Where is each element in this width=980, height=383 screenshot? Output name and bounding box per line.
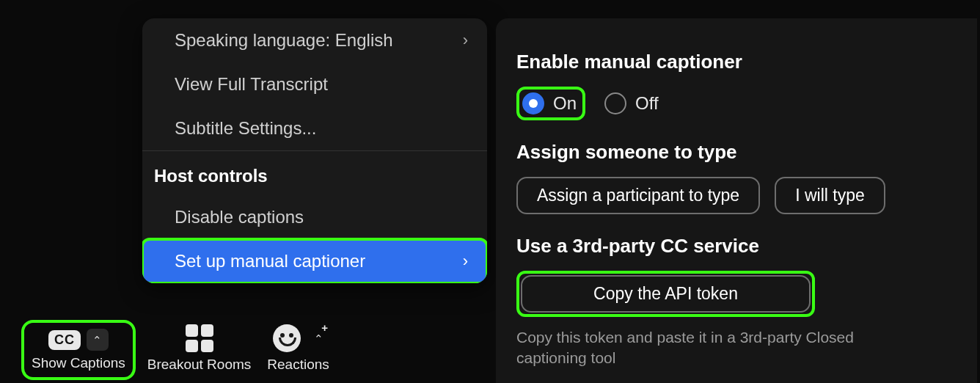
- breakout-rooms-label: Breakout Rooms: [147, 357, 252, 373]
- chevron-right-icon: ›: [463, 31, 468, 50]
- menu-item-label: Subtitle Settings...: [175, 118, 316, 139]
- chevron-up-icon: ⌃: [314, 333, 323, 344]
- meeting-toolbar: CC ⌃ Show Captions Breakout Rooms + ⌃ Re…: [26, 321, 329, 376]
- menu-subtitle-settings[interactable]: Subtitle Settings...: [142, 106, 487, 150]
- radio-icon: [604, 92, 626, 114]
- highlight-frame: Copy the API token: [516, 271, 815, 317]
- highlight-frame: On: [516, 87, 585, 120]
- chevron-right-icon: ›: [463, 252, 468, 271]
- menu-disable-captions[interactable]: Disable captions: [142, 195, 487, 239]
- section-heading: Enable manual captioner: [516, 51, 957, 73]
- section-heading: Use a 3rd-party CC service: [516, 235, 957, 258]
- grid-icon: [186, 324, 213, 352]
- reactions-button[interactable]: + ⌃ Reactions: [267, 321, 329, 376]
- i-will-type-button[interactable]: I will type: [775, 177, 885, 214]
- radio-off[interactable]: Off: [603, 91, 663, 116]
- show-captions-label: Show Captions: [32, 355, 125, 371]
- show-captions-button[interactable]: CC ⌃ Show Captions: [26, 324, 131, 376]
- section-assign-typist: Assign someone to type Assign a particip…: [516, 141, 957, 214]
- menu-item-label: Speaking language: English: [175, 30, 393, 51]
- captions-menu-toggle[interactable]: ⌃: [87, 329, 109, 351]
- radio-label: Off: [635, 93, 659, 114]
- copy-token-helper-text: Copy this token and paste it in a 3rd-pa…: [516, 327, 913, 369]
- section-heading: Assign someone to type: [516, 141, 957, 164]
- manual-captioner-panel: Enable manual captioner On Off Assign so…: [496, 18, 977, 383]
- radio-on[interactable]: On: [521, 91, 581, 116]
- menu-item-label: View Full Transcript: [175, 74, 328, 95]
- reactions-label: Reactions: [267, 357, 329, 373]
- menu-section-header: Host controls: [142, 150, 487, 195]
- captions-popup-menu: Speaking language: English › View Full T…: [142, 18, 487, 283]
- chevron-up-icon: ⌃: [92, 335, 102, 346]
- cc-icon: CC: [48, 330, 81, 350]
- copy-api-token-button[interactable]: Copy the API token: [521, 275, 811, 313]
- breakout-rooms-button[interactable]: Breakout Rooms: [147, 321, 252, 376]
- menu-item-label: Disable captions: [175, 207, 304, 227]
- menu-setup-manual-captioner[interactable]: Set up manual captioner ›: [142, 239, 487, 283]
- section-enable-captioner: Enable manual captioner On Off: [516, 51, 957, 120]
- menu-item-label: Set up manual captioner: [175, 251, 365, 271]
- section-cc-service: Use a 3rd-party CC service Copy the API …: [516, 235, 957, 369]
- assign-participant-button[interactable]: Assign a participant to type: [516, 177, 760, 214]
- menu-speaking-language[interactable]: Speaking language: English ›: [142, 18, 487, 62]
- smile-icon: [273, 324, 301, 352]
- captioner-radio-group: On Off: [516, 87, 957, 120]
- plus-icon: +: [321, 321, 328, 334]
- radio-label: On: [553, 93, 577, 114]
- menu-view-transcript[interactable]: View Full Transcript: [142, 62, 487, 106]
- radio-icon: [522, 92, 544, 114]
